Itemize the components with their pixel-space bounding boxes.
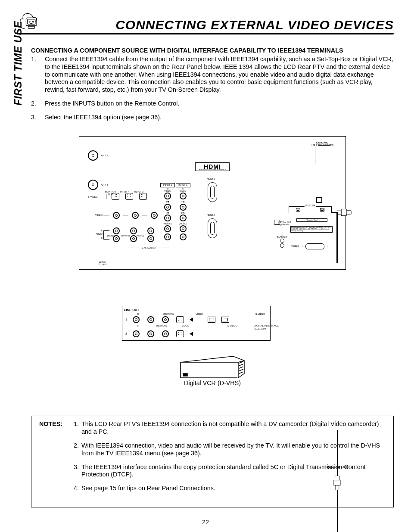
step-1: 1.Connect the IEEE1394 cable from the ou… (31, 56, 394, 94)
firewire-port-icon (208, 317, 215, 323)
rca-jack-icon (180, 215, 187, 221)
svg-rect-4 (28, 26, 34, 28)
rca-jack-icon (151, 212, 158, 219)
ieee1394-box-icon (289, 206, 332, 213)
step-2: 2.Press the INPUTS button on the Remote … (31, 100, 394, 108)
hdmi-port-icon (208, 182, 217, 202)
rca-jack-icon (133, 316, 140, 323)
rca-jack-icon (132, 212, 139, 219)
rca-jack-icon (147, 235, 154, 242)
vcr-device-icon (178, 355, 247, 377)
title-divider (17, 33, 394, 35)
vcr-caption: Digital VCR (D-VHS) (79, 380, 346, 387)
step-3: 3.Select the IEEE1394 option (see page 3… (31, 114, 394, 121)
note-item: 1.This LCD Rear PTV's IEEE1394 connectio… (74, 420, 386, 436)
hdmi-port-icon (208, 218, 217, 238)
firewire-port-icon (221, 317, 229, 323)
rca-jack-icon (180, 233, 187, 240)
rca-jack-icon (164, 225, 171, 232)
svideo-icon (139, 193, 147, 200)
page-title: Connecting External Video Devices (115, 18, 394, 32)
hdmi-logo: HDMI HIGH-DEFINITION MULTIMEDIA INTERFAC… (195, 162, 230, 171)
svideo-icon (125, 193, 133, 200)
rca-jack-icon (133, 330, 140, 337)
notes-label: NOTES: (39, 420, 74, 492)
rs232c-port-icon (305, 243, 324, 249)
rca-jack-icon (180, 204, 187, 211)
rca-jack-icon (162, 316, 169, 323)
lineout-box-diagram: LINE OUT R(MONO)/LVIDEOS-VIDEO 1 R(MONO)… (122, 306, 271, 341)
rca-jack-icon (180, 193, 187, 199)
svg-rect-9 (183, 373, 187, 376)
notes-box: NOTES: 1.This LCD Rear PTV's IEEE1394 co… (31, 416, 394, 507)
rca-jack-icon (113, 227, 120, 234)
triangle-left-icon (190, 317, 193, 322)
rca-jack-icon (164, 215, 171, 221)
rca-jack-icon (180, 225, 187, 232)
svg-point-3 (33, 21, 34, 22)
svg-point-2 (29, 21, 30, 22)
firewire-port-icon (320, 208, 324, 212)
rca-jack-icon (147, 316, 154, 323)
firewire-port-icon (296, 208, 300, 212)
square-port-icon (316, 197, 322, 203)
svideo-icon (112, 193, 119, 200)
note-item: 3.The IEEE1394 interface contains the co… (74, 464, 386, 479)
rca-jack-icon (162, 330, 169, 337)
firewire-plug-icon (337, 208, 350, 218)
section-side-label: FIRST TIME USE (12, 21, 24, 106)
ir-jack-icon (280, 239, 284, 243)
rca-jack-icon (147, 330, 154, 337)
rca-jack-icon (164, 233, 171, 240)
cablecard-slot-icon (315, 147, 316, 164)
triangle-left-icon (190, 332, 193, 336)
rca-jack-icon (147, 227, 154, 234)
note-item: 4.See page 15 for tips on Rear Panel Con… (74, 485, 386, 492)
rca-jack-icon (164, 204, 171, 211)
svideo-icon (176, 316, 184, 323)
rca-jack-icon (113, 212, 120, 219)
rear-panel-diagram: ANT A ANT B HDMI HIGH-DEFINITION MULTIME… (79, 136, 346, 270)
section-heading: CONNECTING A COMPONENT SOURCE WITH DIGIT… (31, 47, 394, 55)
ir-jack-icon (280, 243, 284, 248)
coax-icon (88, 180, 98, 190)
svg-rect-6 (341, 209, 346, 215)
note-item: 2.With IEEE1394 connection, video and au… (74, 442, 386, 457)
rca-jack-icon (164, 193, 171, 199)
coax-icon (88, 150, 98, 161)
svideo-icon (176, 330, 184, 337)
rca-jack-icon (130, 227, 137, 234)
